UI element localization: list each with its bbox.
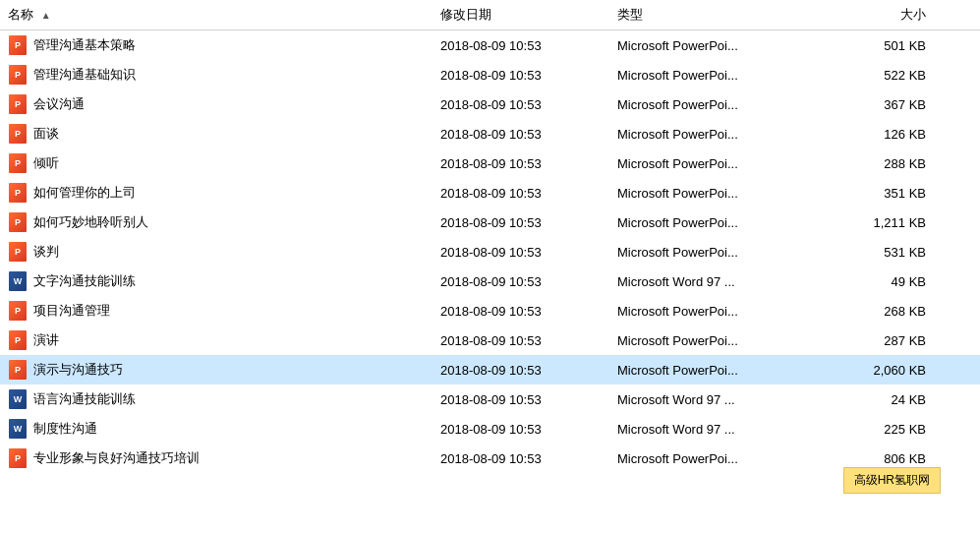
file-name-cell: 制度性沟通 (0, 416, 432, 442)
file-size-cell: 806 KB (816, 449, 934, 468)
table-row[interactable]: 项目沟通管理 2018-08-09 10:53 Microsoft PowerP… (0, 296, 980, 326)
file-name-text: 如何管理你的上司 (33, 184, 136, 202)
file-date-cell: 2018-08-09 10:53 (432, 449, 609, 468)
file-name-text: 管理沟通基本策略 (33, 36, 136, 54)
file-size-cell: 367 KB (816, 95, 934, 114)
ppt-icon (8, 300, 28, 322)
table-row[interactable]: 如何巧妙地聆听别人 2018-08-09 10:53 Microsoft Pow… (0, 207, 980, 237)
file-name-text: 文字沟通技能训练 (33, 272, 136, 290)
ppt-icon (8, 123, 28, 145)
table-row[interactable]: 倾听 2018-08-09 10:53 Microsoft PowerPoi..… (0, 148, 980, 178)
file-size-cell: 24 KB (816, 390, 934, 409)
col-name-label: 名称 (8, 7, 33, 22)
file-size-cell: 126 KB (816, 125, 934, 144)
file-name-text: 专业形象与良好沟通技巧培训 (33, 449, 200, 467)
file-date-cell: 2018-08-09 10:53 (432, 66, 609, 85)
table-row[interactable]: 管理沟通基础知识 2018-08-09 10:53 Microsoft Powe… (0, 60, 980, 89)
file-name-text: 倾听 (33, 154, 59, 172)
file-date-cell: 2018-08-09 10:53 (432, 331, 609, 350)
file-date-cell: 2018-08-09 10:53 (432, 184, 609, 203)
file-name-text: 面谈 (33, 125, 59, 143)
file-size-cell: 225 KB (816, 420, 934, 439)
file-size-cell: 351 KB (816, 184, 934, 203)
table-row[interactable]: 语言沟通技能训练 2018-08-09 10:53 Microsoft Word… (0, 385, 980, 414)
file-date-cell: 2018-08-09 10:53 (432, 390, 609, 409)
sort-arrow-name: ▲ (41, 10, 51, 21)
table-row[interactable]: 管理沟通基本策略 2018-08-09 10:53 Microsoft Powe… (0, 30, 980, 60)
watermark-text: 高级HR氢职网 (854, 473, 930, 487)
ppt-icon (8, 152, 28, 174)
file-name-text: 制度性沟通 (33, 420, 97, 438)
file-date-cell: 2018-08-09 10:53 (432, 302, 609, 321)
file-name-cell: 语言沟通技能训练 (0, 386, 432, 412)
file-name-text: 谈判 (33, 243, 59, 261)
ppt-icon (8, 241, 28, 263)
table-row[interactable]: 文字沟通技能训练 2018-08-09 10:53 Microsoft Word… (0, 266, 980, 296)
file-date-cell: 2018-08-09 10:53 (432, 272, 609, 291)
file-name-cell: 文字沟通技能训练 (0, 268, 432, 294)
file-date-cell: 2018-08-09 10:53 (432, 420, 609, 439)
col-type-label: 类型 (617, 7, 643, 22)
file-type-cell: Microsoft Word 97 ... (609, 420, 816, 439)
ppt-icon (8, 64, 28, 86)
file-name-text: 演示与沟通技巧 (33, 361, 123, 379)
file-name-cell: 演讲 (0, 327, 432, 353)
file-name-cell: 谈判 (0, 239, 432, 265)
file-size-cell: 288 KB (816, 154, 934, 173)
table-row[interactable]: 制度性沟通 2018-08-09 10:53 Microsoft Word 97… (0, 414, 980, 444)
file-name-cell: 专业形象与良好沟通技巧培训 (0, 445, 432, 471)
ppt-icon (8, 359, 28, 381)
file-name-text: 语言沟通技能训练 (33, 390, 136, 408)
col-header-date[interactable]: 修改日期 (432, 4, 609, 26)
file-type-cell: Microsoft PowerPoi... (609, 66, 816, 85)
file-name-cell: 倾听 (0, 150, 432, 176)
file-name-text: 演讲 (33, 331, 59, 349)
file-size-cell: 268 KB (816, 302, 934, 321)
ppt-icon (8, 93, 28, 115)
file-name-cell: 如何管理你的上司 (0, 180, 432, 206)
file-type-cell: Microsoft PowerPoi... (609, 449, 816, 468)
file-type-cell: Microsoft PowerPoi... (609, 302, 816, 321)
file-name-cell: 演示与沟通技巧 (0, 357, 432, 383)
table-row[interactable]: 如何管理你的上司 2018-08-09 10:53 Microsoft Powe… (0, 178, 980, 207)
file-date-cell: 2018-08-09 10:53 (432, 95, 609, 114)
file-name-cell: 项目沟通管理 (0, 298, 432, 324)
col-date-label: 修改日期 (440, 7, 491, 22)
table-row[interactable]: 专业形象与良好沟通技巧培训 2018-08-09 10:53 Microsoft… (0, 444, 980, 473)
column-header-row: 名称 ▲ 修改日期 类型 大小 (0, 0, 980, 30)
file-name-text: 项目沟通管理 (33, 302, 110, 320)
file-size-cell: 531 KB (816, 243, 934, 262)
file-size-cell: 501 KB (816, 36, 934, 55)
ppt-icon (8, 182, 28, 204)
table-row[interactable]: 面谈 2018-08-09 10:53 Microsoft PowerPoi..… (0, 119, 980, 148)
ppt-icon (8, 329, 28, 351)
file-date-cell: 2018-08-09 10:53 (432, 213, 609, 232)
file-type-cell: Microsoft PowerPoi... (609, 243, 816, 262)
file-name-text: 会议沟通 (33, 95, 85, 113)
file-size-cell: 522 KB (816, 66, 934, 85)
col-header-size[interactable]: 大小 (816, 4, 934, 26)
file-list-container: 名称 ▲ 修改日期 类型 大小 管理沟通基本策略 2018-08-09 10:5… (0, 0, 980, 473)
col-header-type[interactable]: 类型 (609, 4, 816, 26)
file-name-cell: 如何巧妙地聆听别人 (0, 209, 432, 235)
table-row[interactable]: 会议沟通 2018-08-09 10:53 Microsoft PowerPoi… (0, 89, 980, 119)
table-row[interactable]: 演讲 2018-08-09 10:53 Microsoft PowerPoi..… (0, 326, 980, 355)
ppt-icon (8, 211, 28, 233)
file-date-cell: 2018-08-09 10:53 (432, 125, 609, 144)
table-row[interactable]: 演示与沟通技巧 2018-08-09 10:53 Microsoft Power… (0, 355, 980, 385)
file-type-cell: Microsoft Word 97 ... (609, 390, 816, 409)
file-size-cell: 2,060 KB (816, 361, 934, 380)
file-type-cell: Microsoft PowerPoi... (609, 213, 816, 232)
word-icon (8, 388, 28, 410)
file-name-cell: 面谈 (0, 121, 432, 147)
file-date-cell: 2018-08-09 10:53 (432, 154, 609, 173)
col-header-name[interactable]: 名称 ▲ (0, 4, 432, 26)
file-type-cell: Microsoft PowerPoi... (609, 154, 816, 173)
table-row[interactable]: 谈判 2018-08-09 10:53 Microsoft PowerPoi..… (0, 237, 980, 266)
file-type-cell: Microsoft PowerPoi... (609, 95, 816, 114)
file-type-cell: Microsoft Word 97 ... (609, 272, 816, 291)
file-size-cell: 49 KB (816, 272, 934, 291)
file-date-cell: 2018-08-09 10:53 (432, 243, 609, 262)
file-date-cell: 2018-08-09 10:53 (432, 36, 609, 55)
word-icon (8, 418, 28, 440)
